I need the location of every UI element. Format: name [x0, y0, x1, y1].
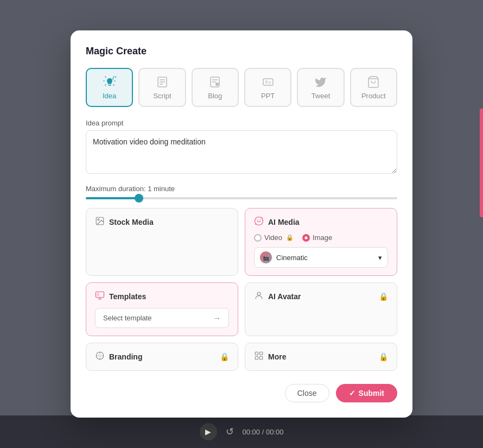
script-icon [156, 75, 169, 89]
svg-point-21 [98, 354, 101, 357]
duration-slider-track[interactable] [86, 197, 397, 199]
tab-tweet-label: Tweet [312, 92, 331, 100]
image-radio[interactable]: Image [302, 234, 332, 242]
image-radio-circle [302, 234, 310, 242]
ppt-icon [262, 75, 275, 89]
idea-icon: ✦ [103, 75, 116, 89]
tab-blog[interactable]: Blog [192, 68, 239, 107]
video-lock-icon: 🔒 [286, 234, 294, 241]
ai-avatar-header: AI Avatar 🔒 [254, 291, 388, 302]
more-title-row: More [254, 351, 286, 363]
templates-card[interactable]: Templates Select template → [86, 282, 238, 336]
tab-script-label: Script [153, 92, 171, 100]
player-bar: ▶ ↺ 00:00 / 00:00 [0, 415, 483, 448]
svg-rect-11 [263, 79, 273, 85]
select-template-label: Select template [103, 314, 152, 322]
ai-avatar-title-row: AI Avatar [254, 291, 301, 302]
ai-media-icon [254, 216, 264, 228]
tab-product-label: Product [361, 92, 386, 100]
close-button[interactable]: Close [285, 384, 329, 402]
product-icon [367, 75, 380, 89]
svg-point-1 [112, 78, 114, 80]
svg-rect-23 [260, 352, 263, 355]
tab-blog-label: Blog [208, 92, 222, 100]
ai-media-title: AI Media [268, 218, 300, 226]
image-label: Image [313, 234, 332, 242]
more-title: More [268, 352, 286, 361]
play-button[interactable]: ▶ [200, 423, 217, 440]
templates-title: Templates [109, 292, 146, 301]
footer-row: Close ✓ Submit [86, 384, 397, 402]
ai-avatar-card[interactable]: AI Avatar 🔒 [245, 282, 397, 336]
stock-media-title: Stock Media [109, 218, 154, 226]
svg-point-16 [98, 219, 99, 220]
branding-header: Branding 🔒 [95, 351, 229, 363]
branding-icon [95, 351, 105, 363]
svg-rect-12 [265, 80, 268, 84]
submit-label: Submit [359, 389, 384, 397]
ai-avatar-lock-icon: 🔒 [379, 292, 388, 301]
svg-rect-24 [255, 357, 258, 359]
stock-media-title-row: Stock Media [95, 216, 154, 228]
cinematic-chevron-icon: ▾ [378, 254, 382, 262]
duration-row: Maximum duration: 1 minute [86, 185, 397, 199]
ai-media-header: AI Media [254, 216, 388, 228]
more-lock-icon: 🔒 [379, 352, 388, 361]
slider-fill [86, 197, 139, 199]
video-radio[interactable]: Video 🔒 [254, 234, 294, 242]
media-cards-grid: Stock Media AI Media [86, 208, 397, 371]
duration-label: Maximum duration: 1 minute [86, 185, 397, 193]
branding-title: Branding [109, 352, 142, 361]
blog-icon [208, 75, 221, 89]
select-template-button[interactable]: Select template → [95, 308, 229, 328]
modal-title: Magic Create [86, 46, 397, 57]
cinematic-left: 🎬 Cinematic [260, 251, 308, 263]
templates-header: Templates [95, 291, 229, 302]
tab-idea-label: Idea [103, 92, 116, 100]
stock-media-card[interactable]: Stock Media [86, 208, 238, 276]
replay-button[interactable]: ↺ [226, 426, 234, 438]
ai-avatar-title: AI Avatar [268, 292, 301, 301]
video-label: Video [264, 234, 282, 242]
cinematic-avatar: 🎬 [260, 251, 272, 263]
svg-text:✦: ✦ [115, 75, 116, 79]
more-header: More 🔒 [254, 351, 388, 363]
svg-rect-25 [260, 357, 263, 359]
svg-point-0 [107, 78, 112, 84]
idea-prompt-textarea[interactable]: Motivation video doing meditation [86, 130, 397, 174]
select-template-arrow-icon: → [213, 313, 221, 323]
stock-media-header: Stock Media [95, 216, 229, 228]
tabs-row: ✦ Idea Script Blog [86, 68, 397, 107]
more-card[interactable]: More 🔒 [245, 343, 397, 371]
submit-check-icon: ✓ [349, 389, 355, 397]
tab-script[interactable]: Script [138, 68, 186, 107]
svg-point-10 [215, 83, 219, 86]
templates-icon [95, 291, 105, 302]
stock-media-icon [95, 216, 105, 228]
tab-ppt[interactable]: PPT [244, 68, 291, 107]
tab-tweet[interactable]: Tweet [297, 68, 344, 107]
tweet-icon [314, 75, 327, 89]
template-row: Select template → [95, 308, 229, 328]
idea-prompt-label: Idea prompt [86, 119, 397, 127]
submit-button[interactable]: ✓ Submit [336, 384, 397, 402]
more-icon [254, 351, 264, 363]
tab-idea[interactable]: ✦ Idea [86, 68, 133, 107]
tab-product[interactable]: Product [350, 68, 397, 107]
ai-media-title-row: AI Media [254, 216, 300, 228]
video-radio-circle [254, 234, 262, 242]
pink-accent-bar [480, 109, 483, 217]
branding-lock-icon: 🔒 [220, 352, 229, 361]
ai-media-card[interactable]: AI Media Video 🔒 Image 🎬 Cinematic [245, 208, 397, 276]
magic-create-modal: Magic Create ✦ Idea Script [71, 30, 412, 418]
branding-card[interactable]: Branding 🔒 [86, 343, 238, 371]
cinematic-select[interactable]: 🎬 Cinematic ▾ [254, 247, 388, 268]
templates-title-row: Templates [95, 291, 146, 302]
svg-rect-13 [269, 81, 271, 84]
branding-title-row: Branding [95, 351, 142, 363]
cinematic-label: Cinematic [276, 254, 308, 262]
svg-point-19 [257, 292, 260, 295]
svg-rect-22 [255, 352, 258, 355]
slider-thumb[interactable] [135, 194, 143, 203]
time-display: 00:00 / 00:00 [243, 428, 284, 436]
